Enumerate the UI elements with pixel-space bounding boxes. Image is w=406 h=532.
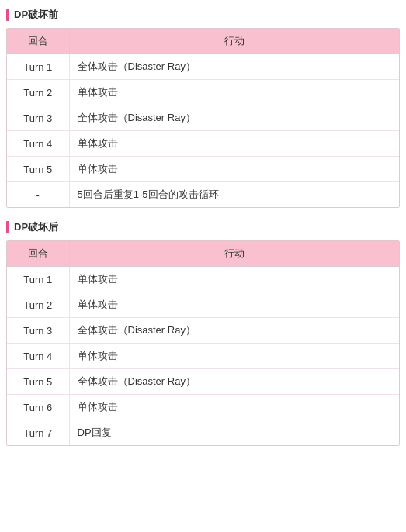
- turn-cell: Turn 2: [7, 292, 69, 318]
- section2-tbody: Turn 1 单体攻击 Turn 2 单体攻击 Turn 3 全体攻击（Disa…: [7, 267, 399, 446]
- action-cell: 单体攻击: [69, 80, 399, 105]
- action-cell: 全体攻击（Disaster Ray）: [69, 105, 399, 131]
- table-row: Turn 1 全体攻击（Disaster Ray）: [7, 54, 399, 80]
- section1-tbody: Turn 1 全体攻击（Disaster Ray） Turn 2 单体攻击 Tu…: [7, 54, 399, 208]
- table-row: - 5回合后重复1-5回合的攻击循环: [7, 182, 399, 208]
- table-row: Turn 3 全体攻击（Disaster Ray）: [7, 318, 399, 344]
- action-cell: 全体攻击（Disaster Ray）: [69, 318, 399, 344]
- turn-cell: Turn 2: [7, 80, 69, 105]
- turn-cell: Turn 5: [7, 369, 69, 395]
- section2-th-turn: 回合: [7, 241, 69, 267]
- turn-cell: Turn 1: [7, 54, 69, 80]
- table-row: Turn 4 单体攻击: [7, 131, 399, 157]
- section2-table: 回合 行动 Turn 1 单体攻击 Turn 2 单体攻击 Turn 3 全体攻…: [7, 241, 399, 445]
- action-cell: 全体攻击（Disaster Ray）: [69, 54, 399, 80]
- section1-table: 回合 行动 Turn 1 全体攻击（Disaster Ray） Turn 2 单…: [7, 29, 399, 207]
- turn-cell: Turn 4: [7, 131, 69, 157]
- section2-table-wrapper: 回合 行动 Turn 1 单体攻击 Turn 2 单体攻击 Turn 3 全体攻…: [6, 240, 400, 446]
- table-row: Turn 5 全体攻击（Disaster Ray）: [7, 369, 399, 395]
- turn-cell: Turn 5: [7, 157, 69, 182]
- section1-table-wrapper: 回合 行动 Turn 1 全体攻击（Disaster Ray） Turn 2 单…: [6, 28, 400, 208]
- section2-header-row: 回合 行动: [7, 241, 399, 267]
- action-cell: 5回合后重复1-5回合的攻击循环: [69, 182, 399, 208]
- section1-th-action: 行动: [69, 29, 399, 54]
- table-row: Turn 2 单体攻击: [7, 292, 399, 318]
- action-cell: 全体攻击（Disaster Ray）: [69, 369, 399, 395]
- section1-th-turn: 回合: [7, 29, 69, 54]
- action-cell: 单体攻击: [69, 292, 399, 318]
- turn-cell: Turn 4: [7, 344, 69, 369]
- table-row: Turn 5 单体攻击: [7, 157, 399, 182]
- table-row: Turn 2 单体攻击: [7, 80, 399, 105]
- turn-cell: Turn 3: [7, 318, 69, 344]
- action-cell: 单体攻击: [69, 157, 399, 182]
- table-row: Turn 7 DP回复: [7, 420, 399, 446]
- table-row: Turn 3 全体攻击（Disaster Ray）: [7, 105, 399, 131]
- turn-cell: Turn 3: [7, 105, 69, 131]
- table-row: Turn 1 单体攻击: [7, 267, 399, 292]
- section1-title: DP破坏前: [6, 8, 400, 22]
- section1-header-row: 回合 行动: [7, 29, 399, 54]
- action-cell: 单体攻击: [69, 344, 399, 369]
- turn-cell: Turn 7: [7, 420, 69, 446]
- section2-title: DP破坏后: [6, 220, 400, 234]
- action-cell: 单体攻击: [69, 131, 399, 157]
- section1-title-text: DP破坏前: [14, 8, 58, 22]
- action-cell: 单体攻击: [69, 267, 399, 292]
- action-cell: DP回复: [69, 420, 399, 446]
- section2-title-text: DP破坏后: [14, 220, 58, 234]
- turn-cell: -: [7, 182, 69, 208]
- action-cell: 单体攻击: [69, 395, 399, 420]
- table-row: Turn 6 单体攻击: [7, 395, 399, 420]
- section2-th-action: 行动: [69, 241, 399, 267]
- turn-cell: Turn 1: [7, 267, 69, 292]
- table-row: Turn 4 单体攻击: [7, 344, 399, 369]
- turn-cell: Turn 6: [7, 395, 69, 420]
